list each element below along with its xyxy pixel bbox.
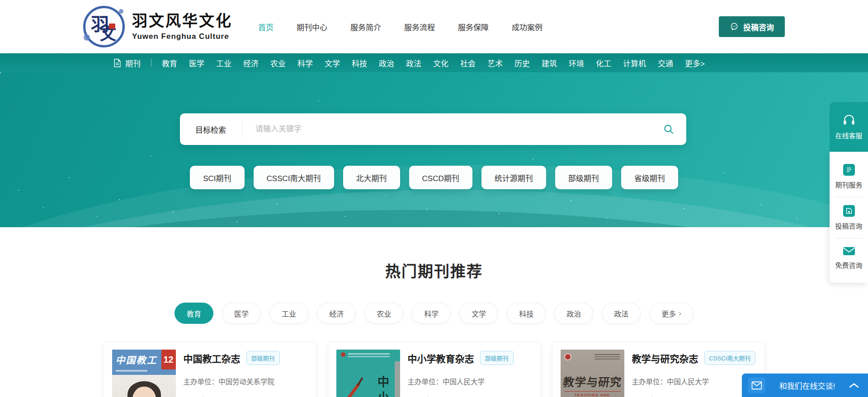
cover-english-title: TEACHING AND RESEARCH <box>564 391 621 397</box>
journal-search-box: 目标检索 <box>180 113 686 145</box>
search-input[interactable] <box>243 113 663 145</box>
section-title: 热门期刊推荐 <box>0 259 868 281</box>
journal-cover: 中小学 <box>336 350 400 397</box>
cover-strip <box>395 361 400 397</box>
online-service-button[interactable]: 在线客服 <box>830 102 868 152</box>
nav-item-success-cases[interactable]: 成功案例 <box>511 19 543 35</box>
emblem-ornament <box>84 34 90 41</box>
submit-consult-button[interactable]: 投稿咨询 <box>719 16 785 37</box>
emblem-seal <box>109 23 115 29</box>
journal-filter-row: SCI期刊 CSSCI南大期刊 北大期刊 CSCD期刊 统计源期刊 部级期刊 省… <box>0 166 868 189</box>
chat-bar-label: 和我们在线交谈! <box>765 380 849 391</box>
search-button[interactable] <box>663 123 675 135</box>
category-link[interactable]: 历史 <box>514 57 530 69</box>
journal-level-badge: 部级期刊 <box>480 351 514 365</box>
category-link[interactable]: 社会 <box>460 57 476 69</box>
tab-agriculture[interactable]: 农业 <box>364 303 403 324</box>
divider <box>151 59 151 67</box>
nav-item-journal-center[interactable]: 期刊中心 <box>296 19 328 35</box>
category-link[interactable]: 建筑 <box>542 57 557 69</box>
category-link[interactable]: 政治 <box>379 57 394 69</box>
tab-literature[interactable]: 文学 <box>459 303 498 324</box>
cover-subline <box>348 353 390 355</box>
category-link[interactable]: 科学 <box>297 57 313 69</box>
category-link[interactable]: 化工 <box>596 57 611 69</box>
cover-vertical-title: 中小学 <box>374 376 391 397</box>
filter-cscd[interactable]: CSCD期刊 <box>409 166 472 189</box>
hero-star-dots <box>0 72 1 73</box>
journal-card[interactable]: 教学与研究 TEACHING AND RESEARCH 教学与研究杂志 CSSC… <box>552 342 765 397</box>
tab-law[interactable]: 政法 <box>602 303 641 324</box>
tab-science[interactable]: 科学 <box>412 303 451 324</box>
category-link[interactable]: 教育 <box>162 57 177 69</box>
category-link[interactable]: 工业 <box>216 57 231 69</box>
filter-sci[interactable]: SCI期刊 <box>190 166 244 189</box>
cover-subline <box>116 370 147 372</box>
headset-icon <box>842 114 856 126</box>
category-link[interactable]: 政法 <box>406 57 421 69</box>
category-more-link[interactable]: 更多> <box>685 57 705 69</box>
journal-title[interactable]: 中国教工杂志 <box>184 351 241 365</box>
category-link[interactable]: 艺术 <box>487 57 503 69</box>
tab-education[interactable]: 教育 <box>175 303 213 324</box>
journal-host: 主办单位：中国人民大学 <box>408 376 532 386</box>
category-link[interactable]: 文化 <box>433 57 448 69</box>
site-header: 羽 文 羽文风华文化 Yuwen Fenghua Culture 首页 期刊中心… <box>0 0 868 53</box>
journal-cover: 教学与研究 TEACHING AND RESEARCH <box>561 350 624 397</box>
chat-bubble-icon <box>730 22 739 31</box>
filter-provincial[interactable]: 省级期刊 <box>621 166 678 189</box>
panel-item-journal-service[interactable]: 期刊服务 <box>830 156 868 197</box>
category-links: 教育 医学 工业 经济 农业 科学 文学 科技 政治 政法 文化 社会 艺术 历… <box>162 57 705 69</box>
live-chat-bar[interactable]: 和我们在线交谈! <box>742 374 868 397</box>
panel-item-free-consult[interactable]: 免费咨询 <box>830 238 868 277</box>
tab-economy[interactable]: 经济 <box>317 303 356 324</box>
tab-more[interactable]: 更多 › <box>649 303 693 324</box>
tab-industry[interactable]: 工业 <box>269 303 308 324</box>
category-link[interactable]: 经济 <box>243 57 259 69</box>
brand-subtitle: Yuwen Fenghua Culture <box>132 32 232 41</box>
envelope-icon <box>748 378 765 393</box>
journal-issn: 国际刊号：1004-1362 <box>184 395 308 397</box>
nav-item-service-guarantee[interactable]: 服务保障 <box>457 19 490 35</box>
journal-issn: 国际刊号：0257-2826 <box>632 395 756 397</box>
category-link[interactable]: 医学 <box>189 57 204 69</box>
category-link[interactable]: 文学 <box>325 57 340 69</box>
tab-technology[interactable]: 科技 <box>507 303 546 324</box>
chevron-up-icon[interactable] <box>849 383 859 388</box>
hot-journals-section: 热门期刊推荐 教育 医学 工业 经济 农业 科学 文学 科技 政治 政法 更多 … <box>0 227 868 397</box>
journal-level-badge: CSSCI南大期刊 <box>704 351 756 365</box>
nav-item-service-intro[interactable]: 服务简介 <box>349 19 382 35</box>
filter-ministerial[interactable]: 部级期刊 <box>555 166 612 189</box>
filter-beida[interactable]: 北大期刊 <box>343 166 400 189</box>
category-bar: 期刊 教育 医学 工业 经济 农业 科学 文学 科技 政治 政法 文化 社会 艺… <box>0 53 868 72</box>
journal-title[interactable]: 中小学教育杂志 <box>408 351 474 365</box>
tab-politics[interactable]: 政治 <box>554 303 593 324</box>
brand-logo[interactable]: 羽 文 羽文风华文化 Yuwen Fenghua Culture <box>83 6 232 47</box>
main-nav: 首页 期刊中心 服务简介 服务流程 服务保障 成功案例 <box>257 19 543 35</box>
nav-item-home[interactable]: 首页 <box>257 19 274 35</box>
journal-doc-icon <box>113 59 121 67</box>
filter-statistical[interactable]: 统计源期刊 <box>481 166 546 189</box>
category-link[interactable]: 农业 <box>270 57 286 69</box>
category-link[interactable]: 科技 <box>352 57 367 69</box>
nav-item-service-flow[interactable]: 服务流程 <box>403 19 436 35</box>
category-link[interactable]: 环境 <box>569 57 584 69</box>
panel-item-submit-consult[interactable]: 投稿咨询 <box>830 197 868 238</box>
filter-cssci[interactable]: CSSCI南大期刊 <box>254 166 334 189</box>
category-link[interactable]: 计算机 <box>623 57 646 69</box>
cover-issue-number: 12 <box>161 350 176 369</box>
tab-medicine[interactable]: 医学 <box>222 303 261 324</box>
cover-subline <box>594 354 620 355</box>
journal-home-link[interactable]: 期刊 <box>113 57 141 69</box>
category-link[interactable]: 交通 <box>658 57 673 69</box>
journal-card[interactable]: 中国教工 12 中国教工杂志 部级期刊 主办单位：中国劳动关系学院 国际刊号：1… <box>104 342 316 397</box>
journal-title[interactable]: 教学与研究杂志 <box>632 351 698 365</box>
journal-cover: 中国教工 12 <box>112 350 176 397</box>
cover-brush-art <box>336 373 375 397</box>
hot-tabs: 教育 医学 工业 经济 农业 科学 文学 科技 政治 政法 更多 › <box>0 303 868 324</box>
journal-issn: 国际刊号：1001-2982 <box>408 395 532 397</box>
chevron-right-icon: › <box>679 309 681 317</box>
cover-masthead: 教学与研究 <box>561 373 624 389</box>
journal-card[interactable]: 中小学 中小学教育杂志 部级期刊 主办单位：中国人民大学 国际刊号：1001-2… <box>328 342 541 397</box>
document-icon <box>843 164 855 176</box>
